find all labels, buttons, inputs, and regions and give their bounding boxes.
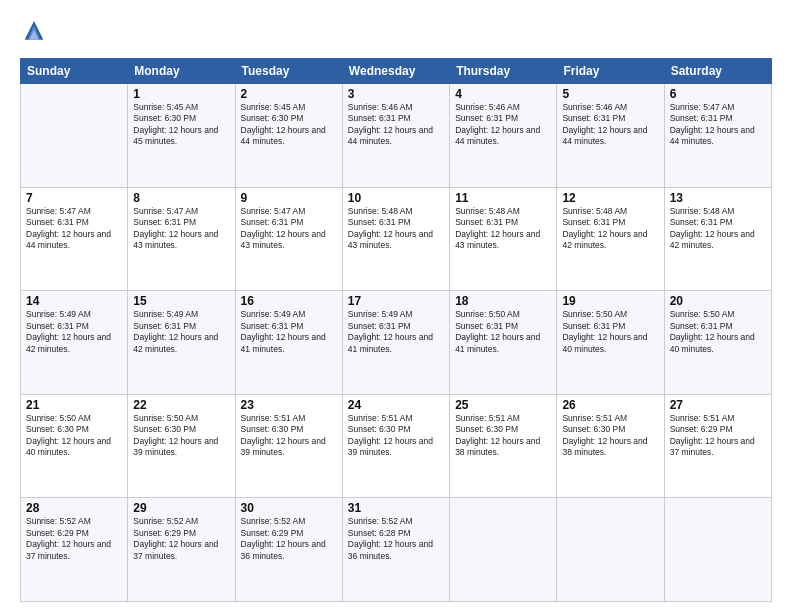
cell-info: Sunrise: 5:52 AMSunset: 6:29 PMDaylight:…	[241, 516, 337, 562]
weekday-header-saturday: Saturday	[664, 59, 771, 84]
weekday-header-sunday: Sunday	[21, 59, 128, 84]
cell-info: Sunrise: 5:48 AMSunset: 6:31 PMDaylight:…	[562, 206, 658, 252]
weekday-header-tuesday: Tuesday	[235, 59, 342, 84]
cell-info: Sunrise: 5:51 AMSunset: 6:30 PMDaylight:…	[241, 413, 337, 459]
calendar-cell: 27Sunrise: 5:51 AMSunset: 6:29 PMDayligh…	[664, 394, 771, 498]
cell-day-number: 5	[562, 87, 658, 101]
calendar-cell: 22Sunrise: 5:50 AMSunset: 6:30 PMDayligh…	[128, 394, 235, 498]
cell-info: Sunrise: 5:52 AMSunset: 6:29 PMDaylight:…	[26, 516, 122, 562]
cell-info: Sunrise: 5:46 AMSunset: 6:31 PMDaylight:…	[455, 102, 551, 148]
calendar-cell: 21Sunrise: 5:50 AMSunset: 6:30 PMDayligh…	[21, 394, 128, 498]
cell-day-number: 20	[670, 294, 766, 308]
cell-day-number: 13	[670, 191, 766, 205]
cell-info: Sunrise: 5:51 AMSunset: 6:30 PMDaylight:…	[348, 413, 444, 459]
calendar-cell	[450, 498, 557, 602]
cell-day-number: 3	[348, 87, 444, 101]
cell-day-number: 31	[348, 501, 444, 515]
week-row-2: 7Sunrise: 5:47 AMSunset: 6:31 PMDaylight…	[21, 187, 772, 291]
week-row-3: 14Sunrise: 5:49 AMSunset: 6:31 PMDayligh…	[21, 291, 772, 395]
calendar-cell: 2Sunrise: 5:45 AMSunset: 6:30 PMDaylight…	[235, 84, 342, 188]
cell-info: Sunrise: 5:50 AMSunset: 6:30 PMDaylight:…	[133, 413, 229, 459]
cell-day-number: 17	[348, 294, 444, 308]
calendar-cell: 11Sunrise: 5:48 AMSunset: 6:31 PMDayligh…	[450, 187, 557, 291]
cell-day-number: 29	[133, 501, 229, 515]
cell-day-number: 18	[455, 294, 551, 308]
cell-info: Sunrise: 5:46 AMSunset: 6:31 PMDaylight:…	[348, 102, 444, 148]
cell-day-number: 30	[241, 501, 337, 515]
cell-day-number: 4	[455, 87, 551, 101]
calendar-cell: 5Sunrise: 5:46 AMSunset: 6:31 PMDaylight…	[557, 84, 664, 188]
calendar-cell: 17Sunrise: 5:49 AMSunset: 6:31 PMDayligh…	[342, 291, 449, 395]
cell-day-number: 25	[455, 398, 551, 412]
calendar-cell: 7Sunrise: 5:47 AMSunset: 6:31 PMDaylight…	[21, 187, 128, 291]
calendar-body: 1Sunrise: 5:45 AMSunset: 6:30 PMDaylight…	[21, 84, 772, 602]
calendar-cell: 24Sunrise: 5:51 AMSunset: 6:30 PMDayligh…	[342, 394, 449, 498]
cell-info: Sunrise: 5:50 AMSunset: 6:31 PMDaylight:…	[455, 309, 551, 355]
cell-info: Sunrise: 5:48 AMSunset: 6:31 PMDaylight:…	[455, 206, 551, 252]
weekday-header-wednesday: Wednesday	[342, 59, 449, 84]
calendar-cell: 19Sunrise: 5:50 AMSunset: 6:31 PMDayligh…	[557, 291, 664, 395]
cell-info: Sunrise: 5:45 AMSunset: 6:30 PMDaylight:…	[241, 102, 337, 148]
cell-info: Sunrise: 5:49 AMSunset: 6:31 PMDaylight:…	[133, 309, 229, 355]
cell-day-number: 1	[133, 87, 229, 101]
cell-day-number: 24	[348, 398, 444, 412]
cell-info: Sunrise: 5:47 AMSunset: 6:31 PMDaylight:…	[26, 206, 122, 252]
calendar-page: SundayMondayTuesdayWednesdayThursdayFrid…	[0, 0, 792, 612]
week-row-4: 21Sunrise: 5:50 AMSunset: 6:30 PMDayligh…	[21, 394, 772, 498]
calendar-cell: 28Sunrise: 5:52 AMSunset: 6:29 PMDayligh…	[21, 498, 128, 602]
header	[20, 18, 772, 46]
cell-day-number: 26	[562, 398, 658, 412]
cell-info: Sunrise: 5:49 AMSunset: 6:31 PMDaylight:…	[348, 309, 444, 355]
cell-day-number: 9	[241, 191, 337, 205]
calendar-cell: 4Sunrise: 5:46 AMSunset: 6:31 PMDaylight…	[450, 84, 557, 188]
calendar-cell: 15Sunrise: 5:49 AMSunset: 6:31 PMDayligh…	[128, 291, 235, 395]
calendar-cell: 29Sunrise: 5:52 AMSunset: 6:29 PMDayligh…	[128, 498, 235, 602]
calendar-cell: 3Sunrise: 5:46 AMSunset: 6:31 PMDaylight…	[342, 84, 449, 188]
weekday-header-thursday: Thursday	[450, 59, 557, 84]
calendar-cell: 1Sunrise: 5:45 AMSunset: 6:30 PMDaylight…	[128, 84, 235, 188]
calendar-cell: 9Sunrise: 5:47 AMSunset: 6:31 PMDaylight…	[235, 187, 342, 291]
weekday-header-monday: Monday	[128, 59, 235, 84]
cell-day-number: 7	[26, 191, 122, 205]
calendar-cell: 13Sunrise: 5:48 AMSunset: 6:31 PMDayligh…	[664, 187, 771, 291]
calendar-cell: 31Sunrise: 5:52 AMSunset: 6:28 PMDayligh…	[342, 498, 449, 602]
cell-day-number: 14	[26, 294, 122, 308]
calendar-cell: 16Sunrise: 5:49 AMSunset: 6:31 PMDayligh…	[235, 291, 342, 395]
calendar-cell: 26Sunrise: 5:51 AMSunset: 6:30 PMDayligh…	[557, 394, 664, 498]
cell-info: Sunrise: 5:48 AMSunset: 6:31 PMDaylight:…	[348, 206, 444, 252]
calendar-cell	[664, 498, 771, 602]
cell-info: Sunrise: 5:50 AMSunset: 6:30 PMDaylight:…	[26, 413, 122, 459]
cell-day-number: 27	[670, 398, 766, 412]
cell-info: Sunrise: 5:50 AMSunset: 6:31 PMDaylight:…	[562, 309, 658, 355]
calendar-cell	[557, 498, 664, 602]
cell-info: Sunrise: 5:47 AMSunset: 6:31 PMDaylight:…	[241, 206, 337, 252]
cell-info: Sunrise: 5:52 AMSunset: 6:28 PMDaylight:…	[348, 516, 444, 562]
cell-info: Sunrise: 5:47 AMSunset: 6:31 PMDaylight:…	[670, 102, 766, 148]
logo	[20, 18, 52, 46]
cell-day-number: 28	[26, 501, 122, 515]
weekday-row: SundayMondayTuesdayWednesdayThursdayFrid…	[21, 59, 772, 84]
calendar-cell	[21, 84, 128, 188]
cell-info: Sunrise: 5:50 AMSunset: 6:31 PMDaylight:…	[670, 309, 766, 355]
calendar-header: SundayMondayTuesdayWednesdayThursdayFrid…	[21, 59, 772, 84]
cell-day-number: 21	[26, 398, 122, 412]
cell-info: Sunrise: 5:48 AMSunset: 6:31 PMDaylight:…	[670, 206, 766, 252]
cell-day-number: 12	[562, 191, 658, 205]
cell-info: Sunrise: 5:45 AMSunset: 6:30 PMDaylight:…	[133, 102, 229, 148]
calendar-cell: 23Sunrise: 5:51 AMSunset: 6:30 PMDayligh…	[235, 394, 342, 498]
cell-day-number: 2	[241, 87, 337, 101]
cell-day-number: 22	[133, 398, 229, 412]
calendar-cell: 12Sunrise: 5:48 AMSunset: 6:31 PMDayligh…	[557, 187, 664, 291]
cell-info: Sunrise: 5:51 AMSunset: 6:30 PMDaylight:…	[562, 413, 658, 459]
calendar-cell: 18Sunrise: 5:50 AMSunset: 6:31 PMDayligh…	[450, 291, 557, 395]
week-row-1: 1Sunrise: 5:45 AMSunset: 6:30 PMDaylight…	[21, 84, 772, 188]
cell-day-number: 10	[348, 191, 444, 205]
cell-day-number: 15	[133, 294, 229, 308]
cell-day-number: 19	[562, 294, 658, 308]
calendar-cell: 8Sunrise: 5:47 AMSunset: 6:31 PMDaylight…	[128, 187, 235, 291]
cell-day-number: 6	[670, 87, 766, 101]
weekday-header-friday: Friday	[557, 59, 664, 84]
logo-icon	[20, 18, 48, 46]
calendar-cell: 14Sunrise: 5:49 AMSunset: 6:31 PMDayligh…	[21, 291, 128, 395]
cell-info: Sunrise: 5:49 AMSunset: 6:31 PMDaylight:…	[241, 309, 337, 355]
